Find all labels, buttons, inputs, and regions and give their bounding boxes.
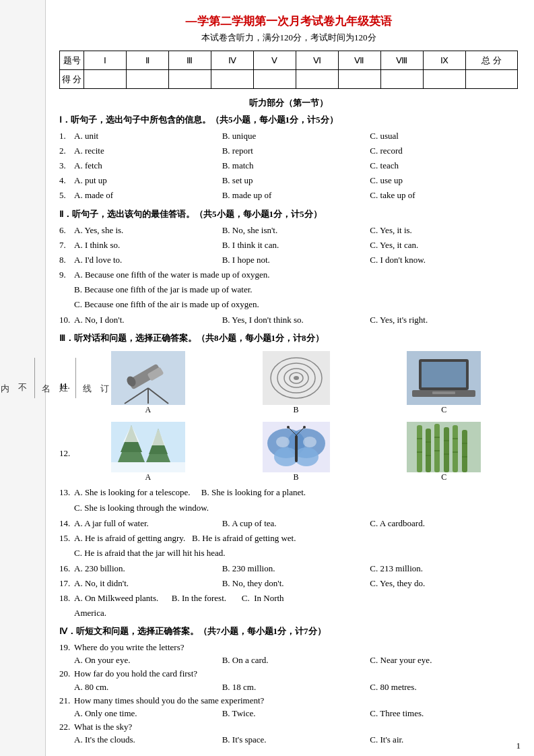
section1-title: Ⅰ．听句子，选出句子中所包含的信息。（共5小题，每小题1分，计5分）	[59, 113, 518, 127]
q18-opts: A. On Milkweed plants. B. In the forest.…	[74, 591, 284, 606]
q19-text: 19. Where do you write the letters?	[59, 640, 518, 655]
q-options: A. 230 billion. B. 230 million. C. 213 m…	[74, 561, 518, 576]
q-options: A. A jar full of water. B. A cup of tea.…	[74, 516, 518, 531]
table-cell	[211, 70, 253, 89]
question-13: 13. A. She is looking for a telescope. B…	[59, 485, 518, 515]
q-opt-a: A. No, it didn't.	[74, 576, 222, 591]
q-options: A. unit B. unique C. usual	[74, 129, 518, 144]
laptop-svg	[407, 351, 481, 405]
table-cell: Ⅴ	[253, 51, 296, 70]
q-opt-c: C. teach	[370, 158, 518, 173]
q-options: A. Yes, she is. B. No, she isn't. C. Yes…	[74, 223, 518, 238]
q15-line1: 15. A. He is afraid of getting angry. B.…	[59, 531, 518, 546]
svg-point-36	[287, 426, 290, 429]
q19-question: Where do you write the letters?	[74, 640, 185, 655]
q-opt-a: A. recite	[74, 144, 222, 158]
q-opt-a: A. fetch	[74, 158, 222, 173]
q-opt-b: B. A cup of tea.	[222, 516, 370, 531]
q-num: 5.	[59, 188, 74, 203]
svg-rect-44	[462, 430, 467, 472]
svg-rect-39	[417, 425, 422, 472]
q-num: 10.	[59, 313, 74, 327]
table-cell	[465, 70, 517, 89]
question-1: 1. A. unit B. unique C. usual	[59, 129, 518, 144]
q-num: 20.	[59, 666, 74, 681]
q9-opt-a: A. Because one fifth of the water is mad…	[74, 267, 270, 282]
q-num: 8.	[59, 253, 74, 267]
score-table-data-row: 得 分	[60, 70, 518, 89]
exam-title: —学第二学期第一次月考试卷九年级英语	[59, 13, 518, 29]
q-opt-c: C. use up	[370, 173, 518, 188]
telescope-svg	[111, 351, 185, 405]
section3-title: Ⅲ．听对话和问题，选择正确答案。（共8小题，每小题1分，计8分）	[59, 331, 518, 346]
q-num: 1.	[59, 129, 74, 144]
q22-options: A. It's the clouds. B. It's space. C. It…	[74, 734, 518, 745]
q-opt-a: A. No, I don't.	[74, 313, 222, 327]
q-opt-a: A. 80 cm.	[74, 682, 222, 693]
q13-opt-a: A. She is looking for a telescope. B. Sh…	[74, 485, 306, 500]
q-options: A. fetch B. match C. teach	[74, 158, 518, 173]
q-opt-a: A. 230 billion.	[74, 561, 222, 576]
main-content: —学第二学期第一次月考试卷九年级英语 本试卷含听力，满分120分，考试时间为12…	[46, 0, 534, 756]
page-number: 1	[516, 741, 521, 751]
q21-question: How many times should you do the same ex…	[74, 693, 264, 708]
svg-rect-33	[295, 435, 298, 462]
q20-options: A. 80 cm. B. 18 cm. C. 80 metres.	[74, 682, 518, 693]
q-opt-c: C. take up of	[370, 188, 518, 203]
q-opt-b: B. Twice.	[222, 708, 370, 719]
q-opt-c: C. usual	[370, 129, 518, 144]
q9-opt-b: B. Because one fifth of the jar is made …	[74, 282, 518, 297]
q-options: A. put up B. set up C. use up	[74, 173, 518, 188]
question-14: 14. A. A jar full of water. B. A cup of …	[59, 516, 518, 531]
q-opt-a: A. A jar full of water.	[74, 516, 222, 531]
table-cell: Ⅷ	[380, 51, 423, 70]
question-10: 10. A. No, I don't. B. Yes, I don't thin…	[59, 313, 518, 327]
q-opt-a: A. put up	[74, 173, 222, 188]
q-opt-b: B. It's space.	[222, 734, 370, 745]
q-opt-b: B. No, she isn't.	[222, 223, 370, 238]
question-9: 9. A. Because one fifth of the water is …	[59, 267, 518, 312]
q15-opt-c: C. He is afraid that the jar will hit hi…	[74, 546, 518, 561]
q-num: 3.	[59, 158, 74, 173]
q-opt-b: B. 230 million.	[222, 561, 370, 576]
q-options: A. I think so. B. I think it can. C. Yes…	[74, 238, 518, 253]
q-opt-b: B. set up	[222, 173, 370, 188]
q11-images: A B	[74, 351, 518, 415]
table-cell: Ⅸ	[423, 51, 465, 70]
q-opt-c: C. It's air.	[370, 734, 518, 745]
q12-label-b: B	[294, 472, 299, 482]
question-11-block: 11. A	[59, 347, 518, 415]
q-num: 15.	[59, 531, 74, 546]
q-num: 17.	[59, 576, 74, 591]
butterfly-svg	[263, 422, 330, 472]
q9-line1: 9. A. Because one fifth of the water is …	[59, 267, 518, 282]
svg-rect-40	[426, 429, 431, 472]
q12-img-a: A	[74, 422, 222, 482]
table-cell	[253, 70, 296, 89]
q21-text: 21. How many times should you do the sam…	[59, 693, 518, 708]
q11-img-b: B	[222, 351, 370, 415]
table-cell	[338, 70, 380, 89]
q-opt-c: C. A cardboard.	[370, 516, 518, 531]
table-cell: Ⅵ	[296, 51, 338, 70]
q11-label-c: C	[441, 405, 446, 415]
q-opt-c: C. Yes, it is.	[370, 223, 518, 238]
q-opt-a: A. On your eye.	[74, 655, 222, 666]
q-num: 7.	[59, 238, 74, 253]
q-opt-b: B. On a card.	[222, 655, 370, 666]
q-opt-a: A. unit	[74, 129, 222, 144]
score-table: 题号 Ⅰ Ⅱ Ⅲ Ⅳ Ⅴ Ⅵ Ⅶ Ⅷ Ⅸ 总 分 得 分	[59, 51, 518, 89]
score-table-header-row: 题号 Ⅰ Ⅱ Ⅲ Ⅳ Ⅴ Ⅵ Ⅶ Ⅷ Ⅸ 总 分	[60, 51, 518, 70]
q-opt-b: B. 18 cm.	[222, 682, 370, 693]
q-opt-b: B. match	[222, 158, 370, 173]
question-12-block: 12. A	[59, 418, 518, 482]
q-opt-a: A. It's the clouds.	[74, 734, 222, 745]
q-opt-c: C. record	[370, 144, 518, 158]
q-opt-a: A. Only one time.	[74, 708, 222, 719]
question-18: 18. A. On Milkweed plants. B. In the for…	[59, 591, 518, 621]
q18-opt-continue: America.	[74, 606, 518, 621]
svg-point-32	[303, 437, 316, 447]
question-4: 4. A. put up B. set up C. use up	[59, 173, 518, 188]
svg-rect-41	[434, 424, 440, 472]
question-16: 16. A. 230 billion. B. 230 million. C. 2…	[59, 561, 518, 576]
